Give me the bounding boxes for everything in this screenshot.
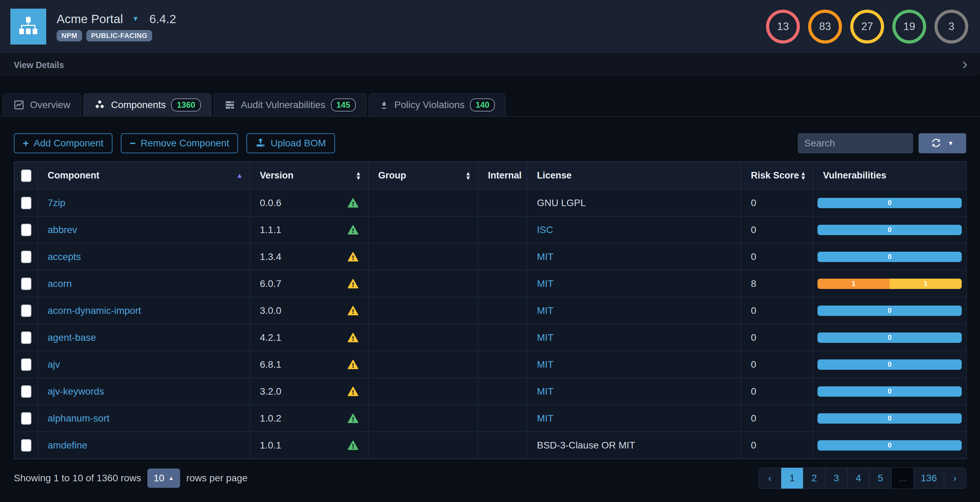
column-label: Internal [488, 170, 522, 181]
row-checkbox[interactable] [21, 277, 32, 290]
row-checkbox[interactable] [21, 251, 32, 263]
showing-rows-text: Showing 1 to 10 of 1360 rows [14, 473, 141, 484]
version-value: 1.1.1 [260, 225, 361, 236]
license-link[interactable]: MIT [537, 278, 554, 289]
severity-ring-medium: 27 [850, 10, 884, 43]
license-link[interactable]: MIT [537, 251, 554, 262]
remove-component-label: Remove Component [140, 138, 229, 149]
pagination-page-3[interactable]: 3 [825, 468, 847, 489]
risk-score-cell: 0 [741, 244, 813, 270]
risk-score-cell: 8 [741, 270, 813, 297]
pagination-page-136[interactable]: 136 [913, 468, 944, 489]
components-toolbar: + Add Component − Remove Component Uploa… [0, 133, 980, 153]
component-link[interactable]: ajv-keywords [48, 386, 104, 397]
internal-cell [478, 324, 527, 351]
version-text: 3.2.0 [260, 386, 281, 397]
column-header-risk-score[interactable]: Risk Score▲▼ [741, 162, 813, 190]
search-input[interactable] [798, 133, 913, 153]
version-cell: 1.0.2 [250, 405, 369, 432]
project-dropdown-caret-icon[interactable]: ▼ [132, 15, 139, 23]
row-checkbox[interactable] [21, 359, 32, 371]
risk-score-cell: 0 [741, 324, 813, 351]
select-all-checkbox[interactable] [21, 169, 32, 182]
vulnerability-segment-info: 0 [818, 306, 962, 316]
column-header-version[interactable]: Version▲▼ [250, 162, 369, 190]
table-row: acorn-dynamic-import3.0.0MIT00 [14, 297, 967, 324]
component-link[interactable]: agent-base [48, 332, 96, 343]
pagination-page-5[interactable]: 5 [869, 468, 891, 489]
plus-icon: + [23, 138, 29, 148]
row-checkbox[interactable] [21, 331, 32, 344]
row-checkbox-cell [14, 324, 38, 351]
pagination-page-4[interactable]: 4 [847, 468, 869, 489]
version-text: 1.1.1 [260, 225, 281, 236]
row-checkbox[interactable] [21, 304, 32, 317]
row-checkbox[interactable] [21, 412, 32, 425]
vulnerability-segment-info: 0 [818, 413, 962, 424]
component-link[interactable]: 7zip [48, 198, 65, 208]
tab-audit-vulnerabilities[interactable]: Audit Vulnerabilities 145 [213, 93, 366, 117]
row-checkbox-cell [14, 432, 38, 459]
version-text: 1.3.4 [260, 251, 281, 262]
version-value: 1.0.1 [260, 440, 361, 451]
tab-policy-violations[interactable]: Policy Violations 140 [369, 93, 506, 117]
vulnerabilities-cell: 0 [813, 378, 967, 405]
vulnerabilities-cell: 11 [813, 270, 967, 297]
tasks-list-icon [224, 99, 235, 110]
group-cell [369, 378, 478, 405]
pagination-page-1[interactable]: 1 [781, 468, 803, 489]
version-text: 1.0.1 [260, 440, 281, 451]
row-checkbox[interactable] [21, 385, 32, 398]
row-checkbox[interactable] [21, 224, 32, 236]
license-link[interactable]: MIT [537, 359, 554, 370]
license-link[interactable]: MIT [537, 332, 554, 343]
component-link[interactable]: abbrev [48, 225, 77, 235]
version-value: 6.8.1 [260, 359, 361, 370]
version-ok-warning-icon [347, 440, 358, 451]
vulnerability-bar: 0 [818, 386, 962, 397]
upload-bom-button[interactable]: Upload BOM [247, 133, 335, 153]
component-link[interactable]: acorn-dynamic-import [48, 305, 141, 316]
tab-overview[interactable]: Overview [3, 93, 81, 117]
component-link[interactable]: accepts [48, 251, 81, 262]
component-link[interactable]: amdefine [48, 440, 87, 451]
add-component-button[interactable]: + Add Component [14, 133, 113, 153]
component-link[interactable]: acorn [48, 278, 72, 289]
row-checkbox[interactable] [21, 439, 32, 452]
vulnerability-bar: 0 [818, 198, 962, 208]
pagination-prev[interactable]: ‹ [759, 468, 781, 489]
group-cell [369, 244, 478, 270]
vulnerability-segment-medium: 1 [889, 279, 962, 289]
vulnerabilities-cell: 0 [813, 405, 967, 432]
column-label: Component [48, 170, 99, 181]
caret-up-icon: ▲ [169, 475, 174, 481]
license-link[interactable]: ISC [537, 225, 553, 235]
page-size-dropdown[interactable]: 10 ▲ [147, 469, 180, 488]
refresh-icon [931, 138, 941, 149]
component-cell: accepts [38, 244, 250, 270]
view-details-bar[interactable]: View Details [0, 53, 980, 77]
pagination-next[interactable]: › [944, 468, 966, 489]
pagination-page-2[interactable]: 2 [803, 468, 825, 489]
license-link[interactable]: MIT [537, 305, 554, 316]
version-value: 4.2.1 [260, 332, 361, 343]
row-checkbox[interactable] [21, 197, 32, 209]
license-link[interactable]: MIT [537, 386, 554, 397]
vulnerability-segment-info: 0 [818, 333, 962, 343]
tab-components[interactable]: Components 1360 [83, 93, 212, 117]
table-row: abbrev1.1.1ISC00 [14, 217, 967, 244]
component-link[interactable]: alphanum-sort [48, 413, 110, 424]
tab-label: Audit Vulnerabilities [241, 99, 325, 110]
app-header: Acme Portal ▼ 6.4.2 NPMPUBLIC-FACING 138… [0, 0, 980, 53]
column-header-component[interactable]: Component▲ [38, 162, 250, 190]
severity-summary: 138327193 [766, 10, 968, 43]
remove-component-button[interactable]: − Remove Component [121, 133, 238, 153]
license-link[interactable]: MIT [537, 413, 554, 424]
vulnerability-bar: 0 [818, 413, 962, 424]
group-cell [369, 297, 478, 324]
component-cell: acorn [38, 270, 250, 297]
component-link[interactable]: ajv [48, 359, 60, 370]
refresh-button[interactable]: ▼ [919, 133, 966, 153]
column-header-group[interactable]: Group▲▼ [369, 162, 478, 190]
project-version: 6.4.2 [150, 12, 176, 26]
